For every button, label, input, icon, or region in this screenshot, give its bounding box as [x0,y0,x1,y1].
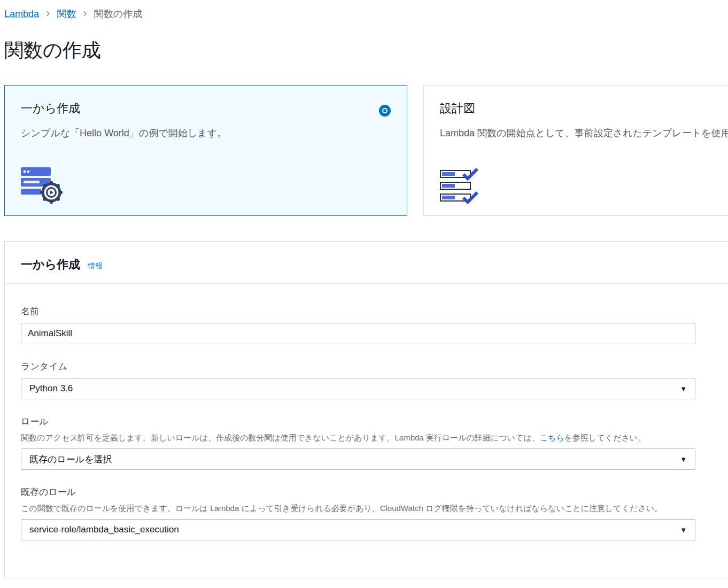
breadcrumb-link-lambda[interactable]: Lambda [4,9,39,20]
field-existing-role: 既存のロール この関数で既存のロールを使用できます。ロールは Lambda によ… [21,486,728,540]
breadcrumb-link-functions[interactable]: 関数 [57,7,76,20]
card-scratch-description: シンプルな「Hello World」の例で開始します。 [21,126,390,141]
role-description-before: 関数のアクセス許可を定義します。新しいロールは、作成後の数分間は使用できないこと… [21,433,540,442]
role-selected-value: 既存のロールを選択 [29,453,112,466]
windows-gear-icon [21,165,65,207]
field-role: ロール 関数のアクセス許可を定義します。新しいロールは、作成後の数分間は使用でき… [21,415,728,470]
existing-role-selected-value: service-role/lambda_basic_execution [29,524,179,535]
card-scratch-title: 一から作成 [21,100,391,117]
info-link[interactable]: 情報 [88,261,103,271]
page-title: 関数の作成 [4,37,728,64]
scratch-radio[interactable] [379,105,391,117]
name-label: 名前 [21,305,728,318]
author-from-scratch-panel: 一から作成 情報 名前 ランタイム Python 3.6 ▼ ロール 関数のアク… [4,241,728,578]
card-blueprint-title: 設計図 [440,100,728,117]
runtime-label: ランタイム [21,360,728,373]
field-runtime: ランタイム Python 3.6 ▼ [21,360,728,399]
panel-title: 一から作成 [21,257,80,273]
card-blueprint-description: Lambda 関数の開始点として、事前設定されたテンプレートを使用します。 [440,126,728,141]
chevron-down-icon: ▼ [680,526,687,534]
role-description-after: を参照してください。 [564,433,646,442]
role-select[interactable]: 既存のロールを選択 ▼ [21,448,695,470]
existing-role-description: この関数で既存のロールを使用できます。ロールは Lambda によって引き受けら… [21,504,728,514]
card-blueprints[interactable]: 設計図 Lambda 関数の開始点として、事前設定されたテンプレートを使用します… [423,85,728,216]
role-description: 関数のアクセス許可を定義します。新しいロールは、作成後の数分間は使用できないこと… [21,433,728,443]
checklist-icon [440,168,486,207]
runtime-select[interactable]: Python 3.6 ▼ [21,378,695,399]
field-name: 名前 [21,305,728,344]
lambda-create-function-page: Lambda › 関数 › 関数の作成 関数の作成 一から作成 シンプルな「He… [0,0,728,578]
panel-header: 一から作成 情報 [5,242,728,284]
existing-role-label: 既存のロール [21,486,728,498]
runtime-selected-value: Python 3.6 [29,383,73,394]
chevron-right-icon: › [83,7,87,19]
card-author-from-scratch[interactable]: 一から作成 シンプルな「Hello World」の例で開始します。 [4,85,407,216]
chevron-down-icon: ▼ [680,455,687,463]
existing-role-select[interactable]: service-role/lambda_basic_execution ▼ [21,519,695,540]
chevron-down-icon: ▼ [680,385,687,393]
role-label: ロール [21,415,728,428]
panel-body: 名前 ランタイム Python 3.6 ▼ ロール 関数のアクセス許可を定義しま… [5,284,728,578]
role-help-link[interactable]: こちら [540,433,564,442]
breadcrumb-current: 関数の作成 [94,7,142,20]
chevron-right-icon: › [46,7,50,19]
function-name-input[interactable] [21,323,695,344]
creation-mode-cards: 一から作成 シンプルな「Hello World」の例で開始します。 [4,85,728,216]
breadcrumb: Lambda › 関数 › 関数の作成 [4,7,728,20]
